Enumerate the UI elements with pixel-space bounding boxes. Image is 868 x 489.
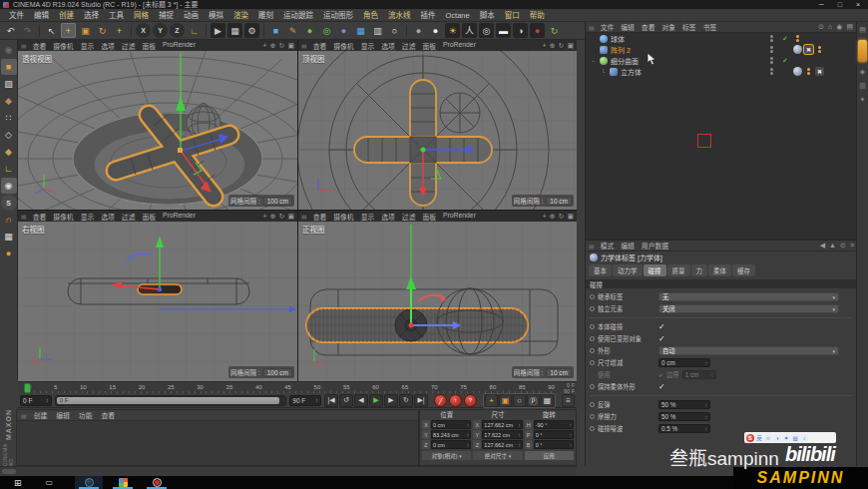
- dock-tab-icon[interactable]: ✦: [860, 96, 866, 104]
- menu-item[interactable]: 工具: [104, 9, 129, 22]
- menu-item[interactable]: 创建: [54, 9, 79, 22]
- timeline-ruler[interactable]: 051015202530354045505560657075808590 0 F…: [18, 381, 577, 393]
- separator[interactable]: [39, 25, 40, 37]
- perspective-canvas[interactable]: 透视视图 网格间隔 :100 cm: [18, 51, 297, 210]
- input-method-icon[interactable]: 英: [755, 434, 763, 442]
- key-circle-icon[interactable]: [590, 336, 595, 341]
- rotate-tool-icon[interactable]: ↻: [95, 23, 110, 38]
- attribute-menu-item[interactable]: 用户数据: [639, 241, 671, 250]
- pan-view-icon[interactable]: +: [543, 42, 547, 50]
- apply-button[interactable]: 应用: [525, 451, 574, 460]
- menu-item[interactable]: 插件: [416, 9, 441, 22]
- close-button[interactable]: ×: [856, 1, 860, 8]
- attribute-menu-item[interactable]: 编辑: [618, 241, 638, 250]
- scale-tool-icon[interactable]: ▣: [78, 23, 93, 38]
- viewport-menu-item[interactable]: 摄像机: [330, 212, 356, 222]
- play-loop-icon[interactable]: ↺: [339, 394, 353, 407]
- menu-item[interactable]: 文件: [4, 9, 29, 22]
- viewport-menu-item[interactable]: ProRender: [160, 41, 199, 51]
- record-rotation-toggle[interactable]: ○: [513, 394, 526, 407]
- attribute-tab[interactable]: 力: [691, 264, 708, 276]
- self-collisions-checkbox[interactable]: ✓: [658, 322, 665, 331]
- viewport-menu-item[interactable]: 显示: [358, 41, 378, 51]
- lock-z-axis-icon[interactable]: Z: [170, 23, 185, 38]
- key-circle-icon[interactable]: [590, 360, 595, 365]
- object-manager-menu-item[interactable]: 标签: [679, 22, 699, 32]
- dock-tab-icon[interactable]: ◈: [860, 68, 865, 76]
- viewport-menu-item[interactable]: 选项: [378, 41, 398, 51]
- key-circle-icon[interactable]: [590, 306, 595, 311]
- panel-menu-icon[interactable]: ▤: [846, 23, 853, 31]
- rotation-p-field[interactable]: 0 °↕: [534, 430, 574, 439]
- model-mode-icon[interactable]: ■: [1, 59, 17, 75]
- scrollbar-thumb[interactable]: [2, 469, 16, 474]
- viewport-menu-item[interactable]: 面板: [139, 212, 159, 222]
- autokeying-icon[interactable]: ↑: [449, 394, 462, 407]
- input-method-icon[interactable]: ▤: [791, 434, 799, 442]
- taskbar-app-recorder[interactable]: [143, 476, 171, 489]
- material-sphere-light-icon[interactable]: ●: [428, 23, 443, 38]
- viewport-menu-icon[interactable]: ▤: [21, 42, 27, 49]
- viewport-menu-item[interactable]: 选项: [98, 212, 118, 222]
- object-row-cube[interactable]: └ 立方体 ✖: [586, 66, 857, 77]
- lock-y-axis-icon[interactable]: Y: [153, 23, 168, 38]
- collision-noise-input[interactable]: 0.5 %↕: [658, 424, 710, 433]
- workplane-snap-icon[interactable]: ▦: [1, 229, 17, 244]
- record-scale-toggle[interactable]: ▣: [499, 394, 512, 407]
- input-method-icon[interactable]: ◑: [773, 434, 781, 442]
- object-row-array[interactable]: 阵列 2 ✖: [586, 44, 857, 55]
- back-icon[interactable]: ◀: [820, 242, 825, 249]
- viewport-menu-item[interactable]: ProRender: [440, 41, 479, 51]
- render-view-icon[interactable]: ▶: [211, 23, 225, 38]
- taskbar-app-palette[interactable]: [109, 476, 137, 489]
- separator[interactable]: [131, 25, 132, 37]
- start-button[interactable]: ⊞: [14, 478, 22, 488]
- menu-item[interactable]: 窗口: [500, 9, 525, 22]
- display-tag-icon[interactable]: [793, 34, 802, 43]
- visibility-dots[interactable]: [765, 46, 777, 53]
- record-objects-icon[interactable]: ╱: [434, 394, 447, 407]
- key-circle-icon[interactable]: [590, 348, 595, 353]
- attribute-tab[interactable]: 基本: [589, 264, 612, 276]
- zoom-view-icon[interactable]: ⊕: [550, 42, 556, 50]
- playhead[interactable]: [24, 383, 31, 393]
- undo-icon[interactable]: ↶: [3, 23, 18, 38]
- target-icon[interactable]: ◎: [479, 23, 494, 38]
- search-icon[interactable]: ⊙: [840, 242, 846, 249]
- texture-mode-icon[interactable]: ▨: [1, 76, 17, 92]
- filter-icon[interactable]: ◉: [836, 23, 842, 31]
- make-editable-icon[interactable]: ◉: [1, 42, 17, 58]
- key-circle-icon[interactable]: [590, 414, 595, 419]
- stage-icon[interactable]: 人: [462, 23, 477, 38]
- object-tree[interactable]: 球体 ✓ 阵列 2 ✖ −: [586, 33, 857, 240]
- edges-mode-icon[interactable]: ◇: [1, 127, 17, 143]
- enable-quantizing-icon[interactable]: S: [1, 195, 17, 211]
- viewport-menu-icon[interactable]: ▤: [301, 42, 307, 49]
- menu-item[interactable]: 编辑: [29, 9, 54, 22]
- material-menu-item[interactable]: 功能: [75, 410, 97, 420]
- preview-range-slider[interactable]: 0 F: [55, 395, 287, 406]
- key-circle-icon[interactable]: [590, 294, 595, 299]
- render-settings-icon[interactable]: ⚙: [244, 23, 259, 38]
- position-y-field[interactable]: 83.243 cm↕: [431, 430, 471, 439]
- viewport-menu-item[interactable]: ProRender: [440, 212, 479, 222]
- live-selection-icon[interactable]: ↖: [44, 23, 59, 38]
- record-parameter-toggle[interactable]: Ⓟ: [527, 394, 540, 407]
- add-subdivision-icon[interactable]: ●: [302, 23, 317, 38]
- right-canvas[interactable]: 右视图 网格间隔 :100 cm: [18, 222, 297, 381]
- attribute-tab[interactable]: 碰撞: [644, 264, 666, 276]
- material-menu-item[interactable]: 查看: [97, 410, 119, 420]
- viewport-menu-item[interactable]: 摄像机: [50, 212, 76, 222]
- object-row-sphere[interactable]: 球体 ✓: [586, 33, 857, 44]
- keyframe-selection-icon[interactable]: ?: [464, 394, 477, 407]
- maximize-button[interactable]: □: [838, 1, 842, 8]
- size-increment-input[interactable]: 0 cm↕: [658, 358, 710, 367]
- viewport-menu-item[interactable]: 查看: [310, 41, 330, 51]
- attribute-tab[interactable]: 缓存: [732, 264, 755, 276]
- home-icon[interactable]: ⌂: [828, 23, 832, 31]
- viewport-menu-item[interactable]: 摄像机: [50, 41, 76, 51]
- input-method-icon[interactable]: ☺: [764, 434, 772, 442]
- lock-x-axis-icon[interactable]: X: [136, 23, 151, 38]
- show-tracks-icon[interactable]: ≡: [562, 394, 575, 407]
- toggle-view-icon[interactable]: ▣: [287, 42, 294, 50]
